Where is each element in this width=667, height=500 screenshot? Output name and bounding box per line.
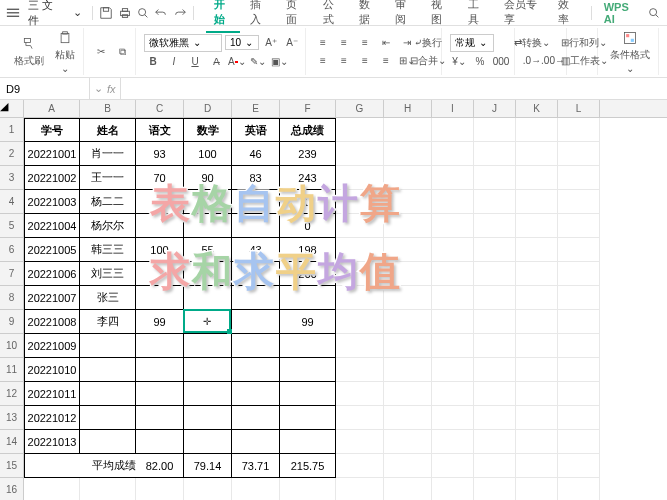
- cell[interactable]: [232, 334, 280, 358]
- cell[interactable]: 20221008: [24, 310, 80, 334]
- cell[interactable]: [432, 142, 474, 166]
- cell[interactable]: [432, 382, 474, 406]
- cell[interactable]: 张三: [80, 286, 136, 310]
- cell[interactable]: [474, 286, 516, 310]
- cell[interactable]: 90: [184, 166, 232, 190]
- fill-color-icon[interactable]: ▣⌄: [270, 54, 288, 70]
- cell[interactable]: [280, 358, 336, 382]
- cell[interactable]: 198: [280, 238, 336, 262]
- cell[interactable]: [336, 166, 384, 190]
- cell[interactable]: [232, 406, 280, 430]
- row-header[interactable]: 14: [0, 430, 24, 454]
- dec-dec-icon[interactable]: .00→: [544, 53, 562, 69]
- cell[interactable]: [136, 214, 184, 238]
- name-box[interactable]: D9: [0, 78, 90, 99]
- row-header[interactable]: 16: [0, 478, 24, 500]
- cell[interactable]: [516, 238, 558, 262]
- column-header[interactable]: I: [432, 100, 474, 117]
- cell[interactable]: 李四: [80, 310, 136, 334]
- cell[interactable]: [336, 430, 384, 454]
- cell[interactable]: [558, 118, 600, 142]
- cell[interactable]: [558, 166, 600, 190]
- dec-inc-icon[interactable]: .0→: [523, 53, 541, 69]
- cell[interactable]: [474, 358, 516, 382]
- cell[interactable]: [516, 454, 558, 478]
- cell[interactable]: [136, 286, 184, 310]
- cell[interactable]: [384, 430, 432, 454]
- file-dropdown[interactable]: ⌄: [69, 6, 86, 19]
- cell[interactable]: [136, 430, 184, 454]
- cell[interactable]: 数学: [184, 118, 232, 142]
- cell[interactable]: [432, 310, 474, 334]
- cell[interactable]: [232, 190, 280, 214]
- wps-ai-button[interactable]: WPS AI: [604, 1, 639, 25]
- row-header[interactable]: 15: [0, 454, 24, 478]
- cell[interactable]: [232, 214, 280, 238]
- cell[interactable]: [558, 310, 600, 334]
- cell[interactable]: [516, 286, 558, 310]
- cell[interactable]: [80, 478, 136, 500]
- cell[interactable]: [474, 190, 516, 214]
- comma-icon[interactable]: 000: [492, 54, 510, 70]
- cell[interactable]: [432, 238, 474, 262]
- cell[interactable]: 英语: [232, 118, 280, 142]
- cell[interactable]: [474, 334, 516, 358]
- cell[interactable]: [474, 262, 516, 286]
- increase-font-icon[interactable]: A⁺: [262, 35, 280, 51]
- cell[interactable]: [474, 382, 516, 406]
- row-header[interactable]: 11: [0, 358, 24, 382]
- cell[interactable]: [80, 430, 136, 454]
- cell[interactable]: [232, 310, 280, 334]
- cell[interactable]: 肖一一: [80, 142, 136, 166]
- cell[interactable]: [336, 454, 384, 478]
- paste-button[interactable]: 粘贴⌄: [51, 27, 79, 76]
- column-header[interactable]: H: [384, 100, 432, 117]
- wrap-button[interactable]: ⤶换行: [419, 35, 437, 51]
- cell[interactable]: [384, 166, 432, 190]
- cell[interactable]: [558, 358, 600, 382]
- cell[interactable]: [136, 406, 184, 430]
- cell[interactable]: [432, 430, 474, 454]
- cell[interactable]: [336, 190, 384, 214]
- row-header[interactable]: 5: [0, 214, 24, 238]
- redo-icon[interactable]: [173, 5, 187, 21]
- cell[interactable]: [432, 190, 474, 214]
- justify-icon[interactable]: ≡: [377, 53, 395, 69]
- cell[interactable]: [384, 310, 432, 334]
- cell[interactable]: 20221013: [24, 430, 80, 454]
- cell[interactable]: 100: [136, 238, 184, 262]
- rowcol-button[interactable]: ⊞ 行和列⌄: [575, 35, 593, 51]
- file-menu[interactable]: 三 文件: [24, 0, 65, 28]
- cell[interactable]: 20221001: [24, 142, 80, 166]
- cell[interactable]: [280, 430, 336, 454]
- cell[interactable]: [384, 118, 432, 142]
- formula-input[interactable]: [121, 78, 667, 99]
- cell[interactable]: [184, 430, 232, 454]
- cell[interactable]: [516, 310, 558, 334]
- cell[interactable]: [80, 382, 136, 406]
- cell[interactable]: 0: [280, 190, 336, 214]
- cell[interactable]: [474, 430, 516, 454]
- cell[interactable]: 刘三三: [80, 262, 136, 286]
- cell[interactable]: 平均成绩: [24, 454, 136, 478]
- cell[interactable]: [558, 214, 600, 238]
- cell[interactable]: 姓名: [80, 118, 136, 142]
- column-header[interactable]: B: [80, 100, 136, 117]
- row-header[interactable]: 9: [0, 310, 24, 334]
- column-header[interactable]: D: [184, 100, 232, 117]
- align-right-icon[interactable]: ≡: [356, 53, 374, 69]
- cell[interactable]: [336, 142, 384, 166]
- save-icon[interactable]: [99, 5, 113, 21]
- cell[interactable]: [516, 406, 558, 430]
- cell[interactable]: 215.75: [280, 454, 336, 478]
- cell[interactable]: [336, 478, 384, 500]
- column-header[interactable]: A: [24, 100, 80, 117]
- print-icon[interactable]: [117, 5, 131, 21]
- cell[interactable]: [136, 334, 184, 358]
- cell[interactable]: 20221011: [24, 382, 80, 406]
- worksheet-button[interactable]: ▥ 工作表⌄: [575, 53, 593, 69]
- cell[interactable]: [516, 118, 558, 142]
- cell[interactable]: 学号: [24, 118, 80, 142]
- column-header[interactable]: E: [232, 100, 280, 117]
- cell[interactable]: 总成绩: [280, 118, 336, 142]
